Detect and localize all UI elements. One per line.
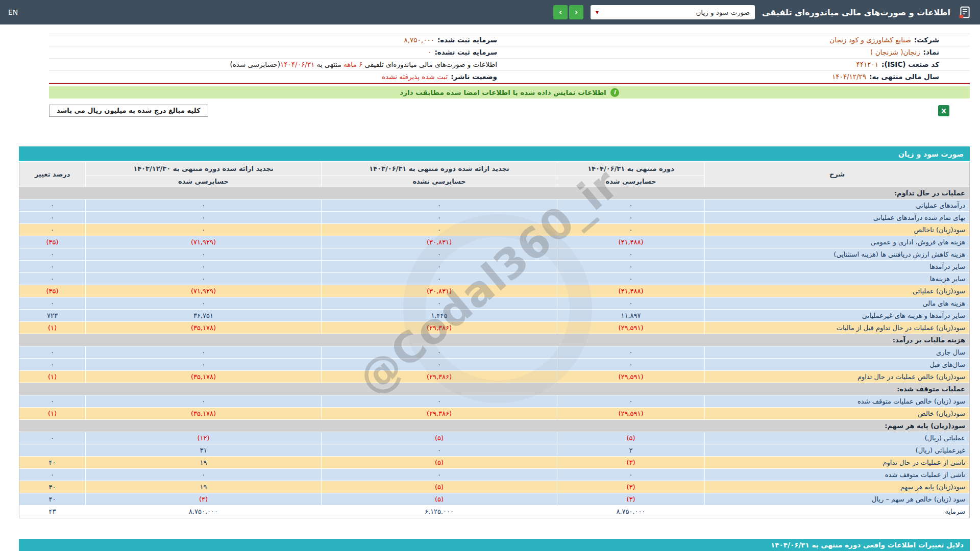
chevron-down-icon: ▾ xyxy=(596,9,599,16)
info-cell-left: سرمایه ثبت شده:۸,۷۵۰,۰۰۰ xyxy=(49,34,509,46)
table-row: سایر درآمدها و هزینه های غیرعملیاتی۱۱,۸۹… xyxy=(19,310,969,321)
row-label: غیرعملیاتی (ریال) xyxy=(705,444,969,456)
row-value: ۰ xyxy=(19,297,85,309)
row-label: سود(زیان) خالص xyxy=(705,408,969,419)
info-label: وضعیت ناشر: xyxy=(451,72,497,81)
row-value: ۰ xyxy=(86,273,321,285)
row-label: سود(زیان) خالص عملیات در حال تداوم xyxy=(705,371,969,383)
next-statement-button[interactable]: › xyxy=(553,5,568,19)
row-value: (۳۵,۱۷۸) xyxy=(86,408,321,419)
column-subheader-audited-2: حسابرسی شده xyxy=(86,176,321,187)
statement-table-body: عملیات در حال تداوم:درآمدهای عملیاتی۰۰۰۰… xyxy=(19,187,969,518)
table-row: عملیات در حال تداوم: xyxy=(19,187,969,199)
row-value: ۰ xyxy=(557,224,704,236)
table-row: سود(زیان) عملیات در حال تداوم قبل از مال… xyxy=(19,322,969,334)
row-value: ۰ xyxy=(86,346,321,358)
statement-nav-buttons: ‹ › xyxy=(553,5,583,19)
statement-select-value: صورت سود و زیان xyxy=(696,8,750,16)
row-value: (۳۰,۸۳۱) xyxy=(322,285,557,297)
row-value: ۰ xyxy=(557,346,704,358)
page-title: اطلاعات و صورت‌های مالی میاندوره‌ای تلفی… xyxy=(762,8,950,17)
row-value: (۱) xyxy=(19,371,85,383)
row-value: (۵) xyxy=(322,432,557,444)
row-value: ۰ xyxy=(19,212,85,223)
info-value: ۴۴۱۲۰۱ xyxy=(856,60,879,68)
language-switch[interactable]: EN xyxy=(8,8,18,16)
column-header-description: شرح xyxy=(705,162,969,187)
row-value: (۵) xyxy=(322,493,557,505)
column-subheader-audited: حسابرسی شده xyxy=(557,176,704,187)
info-label: شرکت: xyxy=(914,36,939,44)
row-value: (۲۹,۵۹۱) xyxy=(557,408,704,419)
info-text: ۱۴۰۴/۰۶/۳۱ xyxy=(280,60,314,68)
row-value: (۳۵,۱۷۸) xyxy=(86,322,321,334)
table-row: عملیاتی (ریال)(۵)(۵)(۱۲)۰ xyxy=(19,432,969,444)
row-value: ۰ xyxy=(557,273,704,285)
row-label: ناشی از عملیات متوقف شده xyxy=(705,469,969,481)
row-value: ۰ xyxy=(19,224,85,236)
table-row: سود(زیان) عملیاتی(۴۱,۴۸۸)(۳۰,۸۳۱)(۷۱,۹۲۹… xyxy=(19,285,969,297)
row-section-label: عملیات در حال تداوم: xyxy=(19,187,969,199)
table-row: درآمدهای عملیاتی۰۰۰۰ xyxy=(19,199,969,211)
row-value: ۸,۷۵۰,۰۰۰ xyxy=(86,506,321,517)
row-value: ۴۰ xyxy=(19,457,85,468)
info-row: کد صنعت (ISIC):۴۴۱۲۰۱اطلاعات و صورت‌های … xyxy=(49,59,970,71)
row-value: (۱) xyxy=(19,322,85,334)
row-value: ۴۰ xyxy=(19,493,85,505)
statement-table-header: شرح دوره منتهی به ۱۴۰۴/۰۶/۳۱ تجدید ارائه… xyxy=(19,162,969,187)
row-value: ۰ xyxy=(322,359,557,370)
row-value: ۱,۴۴۵ xyxy=(322,310,557,321)
row-value: ۳۱ xyxy=(86,444,321,456)
row-value: ۰ xyxy=(557,297,704,309)
prev-statement-button[interactable]: ‹ xyxy=(569,5,583,19)
row-value: ۰ xyxy=(557,261,704,272)
row-value: ۰ xyxy=(322,248,557,260)
row-value: ۰ xyxy=(86,395,321,407)
statement-select[interactable]: صورت سود و زیان ▾ xyxy=(591,5,755,19)
row-value: ۰ xyxy=(557,199,704,211)
row-label: سایر درآمدها و هزینه های غیرعملیاتی xyxy=(705,310,969,321)
row-value: ۰ xyxy=(322,273,557,285)
table-row: هزینه های مالی۰۰۰۰ xyxy=(19,297,969,309)
currency-note: کلیه مبالغ درج شده به میلیون ریال می باش… xyxy=(49,105,208,117)
row-label: سود(زیان) پایه هر سهم xyxy=(705,481,969,493)
row-section-label: عملیات متوقف شده: xyxy=(19,383,969,395)
table-row: سود(زیان) خالص(۲۹,۵۹۱)(۲۹,۳۸۶)(۳۵,۱۷۸)(۱… xyxy=(19,408,969,419)
info-label: نماد: xyxy=(923,48,939,56)
row-value: ۰ xyxy=(322,224,557,236)
table-row: ناشی از عملیات متوقف شده۰۰۰۰ xyxy=(19,469,969,481)
row-label: هزینه کاهش ارزش دریافتنی ها (هزینه استثن… xyxy=(705,248,969,260)
row-label: عملیاتی (ریال) xyxy=(705,432,969,444)
row-value: ۰ xyxy=(19,261,85,272)
row-value: ۰ xyxy=(322,297,557,309)
info-row: سال مالی منتهی به:۱۴۰۴/۱۲/۲۹وضعیت ناشر:ث… xyxy=(49,71,970,83)
excel-export-icon[interactable]: X xyxy=(938,105,949,116)
info-value: زنجان( شزنجان ) xyxy=(870,48,920,56)
row-value: ۰ xyxy=(322,444,557,456)
row-value: ۴۳ xyxy=(19,506,85,517)
row-value: (۳) xyxy=(557,457,704,468)
info-cell-right: شرکت:صنایع کشاورزی و کود زنجان xyxy=(509,34,970,46)
row-value: (۴۱,۴۸۸) xyxy=(557,236,704,248)
row-section-label: هزینه مالیات بر درآمد: xyxy=(19,334,969,346)
row-value: ۰ xyxy=(19,199,85,211)
row-value: ۷۲۳ xyxy=(19,310,85,321)
row-value xyxy=(19,444,85,456)
info-cell-right: کد صنعت (ISIC):۴۴۱۲۰۱ xyxy=(509,59,970,70)
row-label: درآمدهای عملیاتی xyxy=(705,199,969,211)
table-row: سال جاری۰۰۰۰ xyxy=(19,346,969,358)
table-row: سود(زیان) پایه هر سهم: xyxy=(19,420,969,432)
report-icon xyxy=(958,5,972,19)
row-value: (۲۹,۵۹۱) xyxy=(557,371,704,383)
info-cell-left: اطلاعات و صورت‌های مالی میاندوره‌ای تلفی… xyxy=(49,59,509,70)
row-value: (۱) xyxy=(19,408,85,419)
row-value: ۰ xyxy=(322,395,557,407)
row-value: (۳۵) xyxy=(19,236,85,248)
company-info-table: شرکت:صنایع کشاورزی و کود زنجانسرمایه ثبت… xyxy=(49,34,970,83)
info-label: سال مالی منتهی به: xyxy=(869,72,939,81)
row-label: سود (زیان) خالص هر سهم – ریال xyxy=(705,493,969,505)
info-icon: i xyxy=(610,88,619,97)
top-navigation-bar: اطلاعات و صورت‌های مالی میاندوره‌ای تلفی… xyxy=(0,0,980,24)
row-value: ۰ xyxy=(19,346,85,358)
row-label: بهای تمام شده درآمدهای عملیاتی xyxy=(705,212,969,223)
